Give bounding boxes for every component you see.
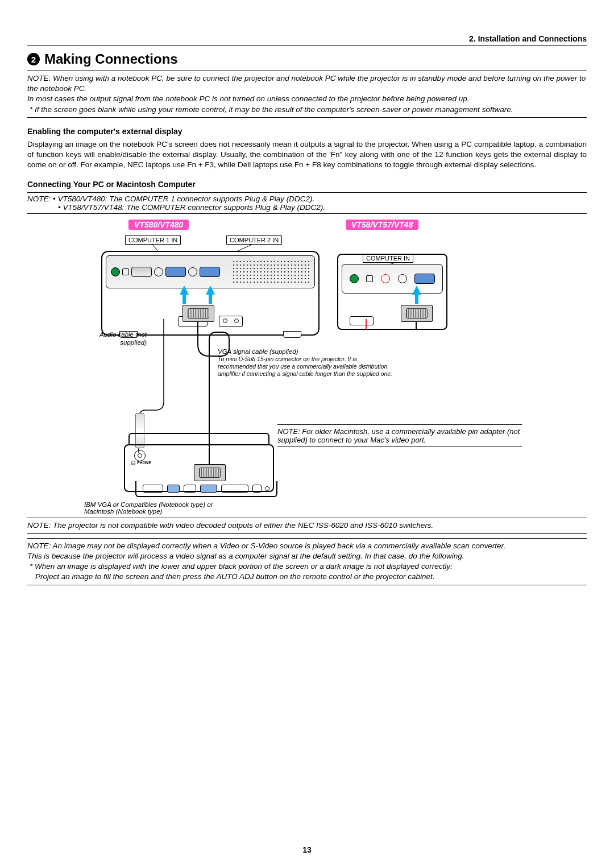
section-title: Making Connections [44, 51, 178, 67]
arrow-up-icon [206, 286, 215, 304]
label-computer2-in: COMPUTER 2 IN [226, 235, 282, 245]
ddc-note-a: NOTE: • VT580/VT480: The COMPUTER 1 conn… [27, 195, 587, 203]
caption-ibm: IBM VGA or Compatibles (Notebook type) o… [84, 501, 221, 515]
caption-vga: VGA signal cable (supplied) To mini D-Su… [218, 348, 394, 378]
note-iss: NOTE: The projector is not compatible wi… [27, 518, 587, 534]
note3-bullet2: Project an image to fill the screen and … [27, 572, 587, 582]
caption-audio-cable: Audio cable (not supplied) [84, 330, 147, 347]
note1-line1: NOTE: When using with a notebook PC, be … [27, 73, 587, 94]
note-mac-adapter: NOTE: For older Macintosh, use a commerc… [277, 424, 522, 447]
enabling-body: Displaying an image on the notebook PC's… [27, 139, 587, 171]
note1-bullet: * If the screen goes blank while using y… [27, 105, 587, 115]
connection-diagram: VT580/VT480 VT58/VT57/VT48 COMPUTER 1 IN… [27, 220, 587, 510]
laptop-lid [128, 433, 269, 445]
note3-line1: NOTE: An image may not be displayed corr… [27, 541, 587, 551]
subheading-enabling: Enabling the computer's external display [27, 127, 587, 136]
note-block-1: NOTE: When using with a notebook PC, be … [27, 71, 587, 118]
chapter-header: 2. Installation and Connections [27, 34, 587, 46]
note-scan-converter: NOTE: An image may not be displayed corr… [27, 538, 587, 585]
vga-connector-icon [182, 305, 214, 322]
note1-line2: In most cases the output signal from the… [27, 94, 587, 104]
section-number-icon: 2 [27, 53, 40, 65]
laptop-ports [135, 481, 277, 497]
arrow-up-icon [412, 286, 421, 304]
ddc-note-b: • VT58/VT57/VT48: The COMPUTER connector… [27, 203, 587, 212]
section-heading: 2 Making Connections [27, 51, 587, 67]
vga-connector-icon [401, 305, 433, 322]
label-computer1-in: COMPUTER 1 IN [125, 235, 181, 245]
note3-bullet1: * When an image is displayed with the lo… [27, 561, 587, 572]
badge-vt58: VT58/VT57/VT48 [346, 220, 418, 230]
arrow-up-icon [180, 286, 189, 304]
page-number: 13 [0, 845, 614, 854]
note3-line2: This is because the projector will proce… [27, 551, 587, 561]
badge-vt580: VT580/VT480 [128, 220, 189, 230]
subheading-connecting: Connecting Your PC or Macintosh Computer [27, 180, 587, 189]
